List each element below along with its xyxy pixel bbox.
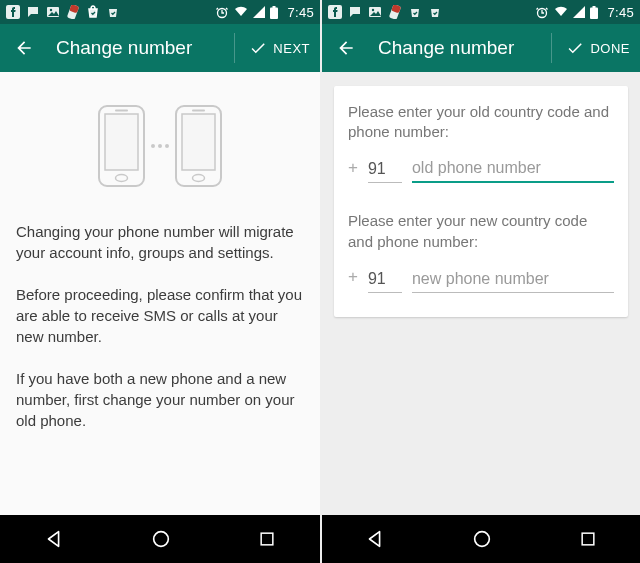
new-phone-input[interactable]	[412, 268, 614, 293]
screen-change-number-form: 7:45 Change number DONE Please enter you…	[320, 0, 640, 563]
old-country-code-input[interactable]	[368, 158, 402, 183]
svg-rect-28	[593, 6, 596, 8]
android-navbar	[0, 515, 320, 563]
status-time: 7:45	[607, 5, 634, 20]
nav-recent-icon[interactable]	[578, 529, 598, 549]
old-number-prompt: Please enter your old country code and p…	[348, 102, 614, 143]
info-para-1: Changing your phone number will migrate …	[16, 222, 304, 263]
new-number-prompt: Please enter your new country code and p…	[348, 211, 614, 252]
shopping-icon	[428, 5, 442, 19]
svg-rect-20	[261, 533, 273, 545]
svg-point-16	[151, 144, 155, 148]
signal-icon	[253, 6, 265, 18]
appbar-title: Change number	[378, 37, 551, 59]
facebook-icon	[6, 5, 20, 19]
wifi-icon	[234, 5, 248, 19]
svg-rect-6	[270, 7, 278, 19]
status-bar: 7:45	[0, 0, 320, 24]
form-card: Please enter your old country code and p…	[334, 86, 628, 317]
facebook-icon	[328, 5, 342, 19]
svg-rect-30	[582, 533, 594, 545]
dominos-icon	[66, 5, 80, 19]
plus-icon: +	[348, 266, 358, 293]
nav-home-icon[interactable]	[150, 528, 172, 550]
back-icon[interactable]	[14, 38, 34, 58]
screen-change-number-info: 7:45 Change number NEXT	[0, 0, 320, 563]
shopping-icon	[408, 5, 422, 19]
nav-back-icon[interactable]	[43, 528, 65, 550]
svg-point-19	[154, 532, 169, 547]
nav-recent-icon[interactable]	[257, 529, 277, 549]
nav-home-icon[interactable]	[471, 528, 493, 550]
done-button[interactable]: DONE	[551, 33, 630, 63]
svg-rect-27	[590, 7, 598, 19]
battery-icon	[270, 6, 278, 19]
app-bar: Change number DONE	[322, 24, 640, 72]
info-body: Changing your phone number will migrate …	[0, 72, 320, 515]
svg-point-2	[50, 9, 52, 11]
svg-point-17	[158, 144, 162, 148]
image-icon	[368, 5, 382, 19]
signal-icon	[573, 6, 585, 18]
shopping-icon	[86, 5, 100, 19]
info-para-2: Before proceeding, please confirm that y…	[16, 285, 304, 347]
alarm-icon	[535, 5, 549, 19]
shopping-icon	[106, 5, 120, 19]
svg-point-10	[116, 175, 128, 182]
wifi-icon	[554, 5, 568, 19]
android-navbar	[322, 515, 640, 563]
check-icon	[566, 39, 584, 57]
chat-icon	[348, 5, 362, 19]
app-bar: Change number NEXT	[0, 24, 320, 72]
status-bar: 7:45	[322, 0, 640, 24]
battery-icon	[590, 6, 598, 19]
check-icon	[249, 39, 267, 57]
image-icon	[46, 5, 60, 19]
svg-point-18	[165, 144, 169, 148]
chat-icon	[26, 5, 40, 19]
appbar-title: Change number	[56, 37, 234, 59]
phones-illustration	[16, 86, 304, 222]
alarm-icon	[215, 5, 229, 19]
svg-rect-9	[105, 114, 138, 170]
svg-point-14	[193, 175, 205, 182]
plus-icon: +	[348, 157, 358, 184]
svg-rect-15	[192, 110, 205, 112]
info-para-3: If you have both a new phone and a new n…	[16, 369, 304, 431]
new-country-code-input[interactable]	[368, 268, 402, 293]
dominos-icon	[388, 5, 402, 19]
back-icon[interactable]	[336, 38, 356, 58]
svg-rect-7	[273, 6, 276, 8]
done-label: DONE	[590, 41, 630, 56]
nav-back-icon[interactable]	[364, 528, 386, 550]
svg-rect-13	[182, 114, 215, 170]
svg-point-29	[475, 532, 490, 547]
svg-point-23	[372, 9, 374, 11]
svg-rect-11	[115, 110, 128, 112]
status-time: 7:45	[287, 5, 314, 20]
next-label: NEXT	[273, 41, 310, 56]
next-button[interactable]: NEXT	[234, 33, 310, 63]
old-phone-input[interactable]	[412, 157, 614, 183]
